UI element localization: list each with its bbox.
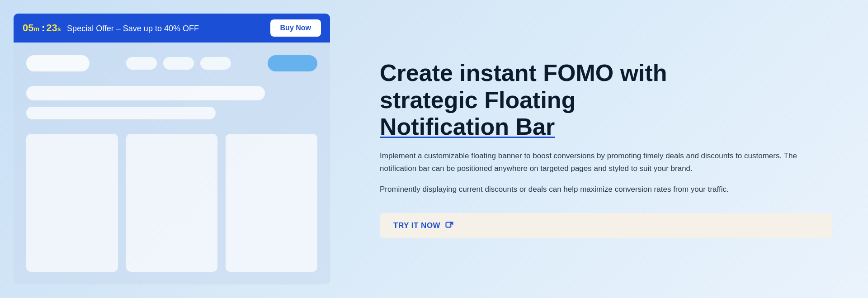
heading-line-1: Create instant FOMO with — [380, 60, 667, 86]
nav-cta-skeleton — [268, 55, 317, 71]
heading-line-3: Notification Bar — [380, 114, 555, 140]
timer-seconds: 23 — [46, 22, 57, 34]
nav-skeleton — [26, 55, 317, 71]
hero-line-2 — [26, 107, 216, 119]
description-block-2: Prominently displaying current discounts… — [380, 183, 832, 196]
hero-line-1 — [26, 86, 265, 100]
description-text-2: Prominently displaying current discounts… — [380, 183, 832, 196]
nav-logo-skeleton — [26, 55, 90, 71]
timer-colon: : — [42, 22, 45, 34]
try-it-now-label: TRY IT NOW — [393, 221, 440, 230]
cards-skeleton — [26, 134, 317, 272]
nav-link-1 — [126, 57, 157, 70]
heading-line-2: strategic Floating — [380, 87, 576, 113]
description-text-1: Implement a customizable floating banner… — [380, 150, 832, 175]
timer-minutes: 05 — [23, 22, 33, 34]
card-skeleton-2 — [126, 134, 218, 272]
hero-skeleton — [26, 81, 317, 119]
external-link-icon — [445, 221, 454, 230]
notification-bar: 05m:23s Special Offer – Save up to 40% O… — [14, 14, 330, 43]
nav-link-3 — [200, 57, 231, 70]
right-panel: Create instant FOMO with strategic Float… — [344, 0, 868, 298]
timer-m-label: m — [33, 25, 39, 33]
description-block-1: Implement a customizable floating banner… — [380, 150, 832, 175]
card-skeleton-3 — [226, 134, 317, 272]
try-it-now-button[interactable]: TRY IT NOW — [380, 213, 832, 238]
timer-s-label: s — [57, 25, 61, 33]
offer-text: Special Offer – Save up to 40% OFF — [67, 24, 199, 33]
nav-link-2 — [163, 57, 194, 70]
buy-now-button[interactable]: Buy Now — [270, 19, 321, 37]
main-heading: Create instant FOMO with strategic Float… — [380, 60, 832, 141]
left-panel: 05m:23s Special Offer – Save up to 40% O… — [0, 0, 344, 298]
website-mockup — [14, 43, 330, 284]
notification-bar-content: 05m:23s Special Offer – Save up to 40% O… — [23, 22, 199, 34]
nav-links-skeleton — [126, 57, 231, 70]
card-skeleton-1 — [26, 134, 118, 272]
